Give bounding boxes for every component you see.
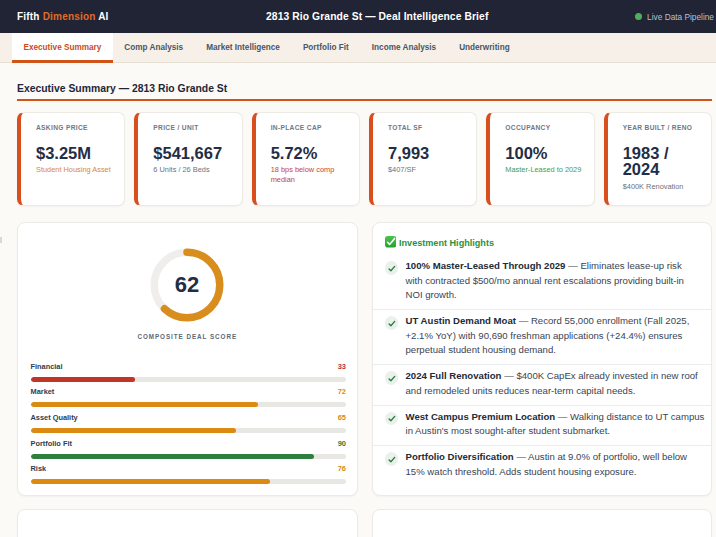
svg-text:62: 62 [175,271,199,296]
